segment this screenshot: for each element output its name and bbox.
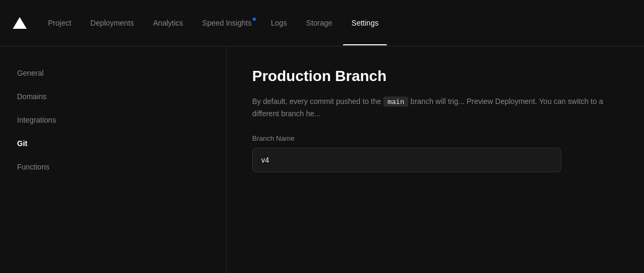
branch-name-input[interactable]: [252, 148, 561, 172]
nav-item-analytics[interactable]: Analytics: [144, 14, 191, 31]
nav-item-project[interactable]: Project: [39, 14, 80, 31]
section-description: By default, every commit pushed to the m…: [252, 95, 618, 119]
settings-sidebar: General Domains Integrations Git Functio…: [0, 46, 227, 273]
main-layout: General Domains Integrations Git Functio…: [0, 46, 644, 273]
section-title: Production Branch: [252, 68, 618, 85]
sidebar-item-git[interactable]: Git: [17, 134, 209, 153]
nav-item-deployments[interactable]: Deployments: [82, 14, 143, 31]
vercel-logo-icon: [13, 17, 27, 29]
nav-item-settings[interactable]: Settings: [343, 14, 387, 31]
sidebar-item-integrations[interactable]: Integrations: [17, 110, 209, 130]
description-text-before: By default, every commit pushed to the: [252, 97, 383, 106]
top-nav: Project Deployments Analytics Speed Insi…: [0, 0, 644, 46]
nav-item-logs[interactable]: Logs: [262, 14, 295, 31]
sidebar-item-functions[interactable]: Functions: [17, 157, 209, 176]
branch-name-label: Branch Name: [252, 134, 618, 142]
nav-item-speed-insights[interactable]: Speed Insights: [194, 14, 260, 31]
branch-code-inline: main: [383, 97, 408, 107]
sidebar-item-domains[interactable]: Domains: [17, 87, 209, 106]
nav-item-storage[interactable]: Storage: [297, 14, 341, 31]
logo[interactable]: [13, 17, 27, 29]
settings-content: Production Branch By default, every comm…: [227, 46, 644, 273]
sidebar-item-general[interactable]: General: [17, 63, 209, 83]
